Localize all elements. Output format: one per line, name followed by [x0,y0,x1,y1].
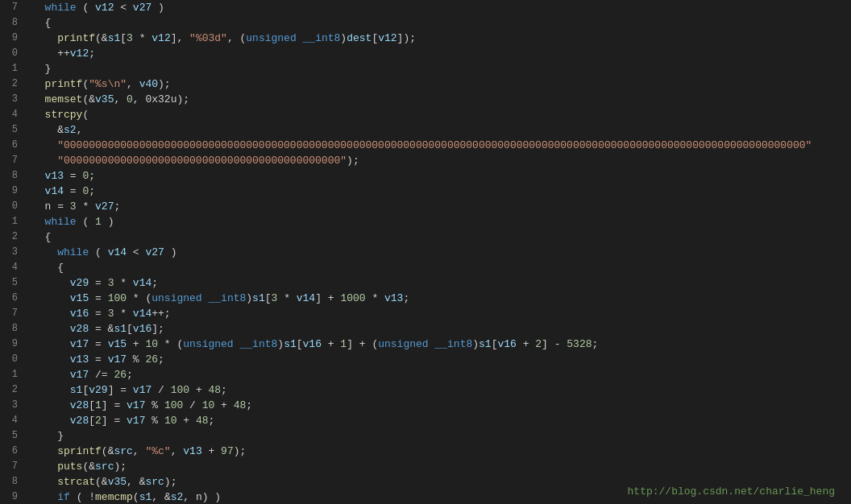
code-line: v16 = 3 * v14++; [32,306,843,321]
code-line: } [32,61,843,76]
line-number: 9 [6,31,18,46]
line-number: 3 [6,92,18,107]
code-content: while ( v12 < v27 ) { printf(&s1[3 * v12… [24,0,851,504]
code-line: v13 = 0; [32,168,843,184]
code-line: { [32,229,843,245]
code-line: while ( v12 < v27 ) [32,0,843,15]
code-line: v17 /= 26; [32,367,843,382]
line-number: 5 [6,428,18,444]
code-line: v28[1] = v17 % 100 / 10 + 48; [32,398,843,413]
line-number: 7 [6,459,18,474]
line-number: 4 [6,107,18,122]
code-line: v13 = v17 % 26; [32,352,843,367]
code-line: &s2, [32,122,843,138]
line-number: 9 [6,184,18,199]
code-line: ++v12; [32,46,843,61]
code-line: { [32,15,843,31]
code-line: v14 = 0; [32,184,843,199]
code-line: v29 = 3 * v14; [32,275,843,291]
line-number: 4 [6,260,18,275]
line-number: 1 [6,61,18,76]
code-line: printf(&s1[3 * v12], "%03d", (unsigned _… [32,31,843,46]
code-line: strcpy( [32,107,843,122]
line-number: 9 [6,490,18,504]
line-number: 1 [6,214,18,229]
line-number: 0 [6,199,18,214]
line-number: 9 [6,337,18,352]
line-number: 7 [6,0,18,15]
line-number: 0 [6,46,18,61]
code-line: while ( 1 ) [32,214,843,229]
line-number: 6 [6,291,18,306]
code-editor: 789012345678901234567890123456789012345 … [0,0,851,504]
line-number: 0 [6,352,18,367]
code-line: sprintf(&src, "%c", v13 + 97); [32,444,843,459]
code-line: memset(&v35, 0, 0x32u); [32,92,843,107]
line-number: 8 [6,321,18,337]
line-number: 6 [6,444,18,459]
code-line: "000000000000000000000000000000000000000… [32,153,843,168]
code-line: "000000000000000000000000000000000000000… [32,138,843,153]
line-number: 3 [6,245,18,260]
line-number: 7 [6,153,18,168]
line-number: 2 [6,229,18,245]
line-number: 4 [6,413,18,428]
code-line: v15 = 100 * (unsigned __int8)s1[3 * v14]… [32,291,843,306]
line-number: 8 [6,474,18,490]
code-line: puts(&src); [32,459,843,474]
line-number: 2 [6,382,18,398]
code-line: s1[v29] = v17 / 100 + 48; [32,382,843,398]
line-number: 6 [6,138,18,153]
line-number: 8 [6,168,18,184]
code-line: v28[2] = v17 % 10 + 48; [32,413,843,428]
code-line: v17 = v15 + 10 * (unsigned __int8)s1[v16… [32,337,843,352]
line-number: 3 [6,398,18,413]
line-number: 7 [6,306,18,321]
code-line: } [32,428,843,444]
line-number: 2 [6,76,18,92]
code-line: while ( v14 < v27 ) [32,245,843,260]
code-line: { [32,260,843,275]
code-line: v28 = &s1[v16]; [32,321,843,337]
line-number: 1 [6,367,18,382]
code-line: n = 3 * v27; [32,199,843,214]
code-line: printf("%s\n", v40); [32,76,843,92]
url-comment: http://blog.csdn.net/charlie_heng [628,485,835,498]
line-number: 8 [6,15,18,31]
line-number: 5 [6,275,18,291]
line-number: 5 [6,122,18,138]
line-numbers: 789012345678901234567890123456789012345 [0,0,24,504]
